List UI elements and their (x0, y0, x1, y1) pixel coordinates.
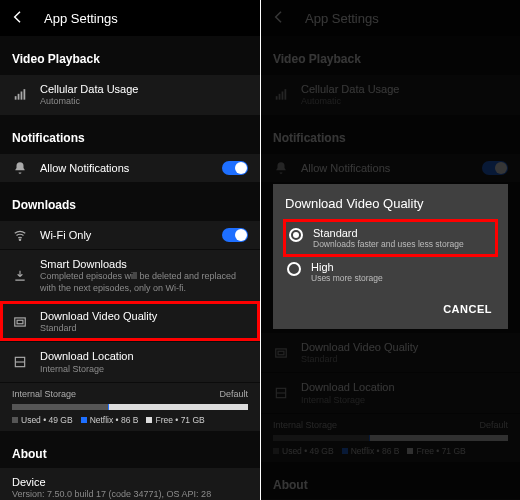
device-label: Device (12, 475, 248, 489)
section-about: About (0, 431, 260, 467)
cancel-button[interactable]: CANCEL (439, 297, 496, 321)
section-notifications: Notifications (0, 115, 260, 153)
notifications-label: Allow Notifications (40, 161, 210, 175)
storage-label: Internal Storage (12, 389, 76, 399)
dialog-download-quality: Download Video Quality Standard Download… (273, 184, 508, 329)
location-sub: Internal Storage (40, 364, 248, 375)
option-high[interactable]: High Uses more storage (285, 255, 496, 289)
radio-selected-icon (289, 228, 303, 242)
page-title: App Settings (44, 11, 118, 26)
option-standard-sub: Downloads faster and uses less storage (313, 239, 492, 249)
download-settings-icon (12, 269, 28, 283)
wifi-label: Wi-Fi Only (40, 228, 210, 242)
storage-icon (12, 355, 28, 369)
signal-icon (12, 88, 28, 102)
cellular-sub: Automatic (40, 96, 248, 107)
svg-rect-2 (21, 91, 23, 99)
location-label: Download Location (40, 349, 248, 363)
wifi-toggle[interactable] (222, 228, 248, 242)
notifications-toggle[interactable] (222, 161, 248, 175)
row-wifi-only[interactable]: Wi-Fi Only (0, 220, 260, 249)
storage-bar (12, 404, 248, 410)
settings-pane-right: App Settings Video Playback Cellular Dat… (260, 0, 520, 500)
bell-icon (12, 161, 28, 175)
radio-unselected-icon (287, 262, 301, 276)
svg-rect-6 (17, 320, 23, 324)
smart-sub: Completed episodes will be deleted and r… (40, 271, 248, 294)
svg-rect-0 (15, 96, 17, 100)
dialog-title: Download Video Quality (285, 196, 496, 211)
row-smart-downloads[interactable]: Smart Downloads Completed episodes will … (0, 249, 260, 301)
row-cellular-data[interactable]: Cellular Data Usage Automatic (0, 74, 260, 115)
option-standard-label: Standard (313, 227, 492, 239)
settings-pane-left: App Settings Video Playback Cellular Dat… (0, 0, 260, 500)
svg-point-4 (19, 239, 20, 240)
option-standard[interactable]: Standard Downloads faster and uses less … (285, 221, 496, 255)
row-allow-notifications[interactable]: Allow Notifications (0, 153, 260, 182)
smart-label: Smart Downloads (40, 257, 248, 271)
svg-rect-1 (18, 94, 20, 100)
option-high-label: High (311, 261, 494, 273)
device-version: Version: 7.50.0 build 17 (code 34771), O… (12, 489, 248, 500)
svg-rect-3 (24, 89, 26, 100)
quality-sub: Standard (40, 323, 248, 334)
back-icon[interactable] (10, 9, 26, 27)
quality-label: Download Video Quality (40, 309, 248, 323)
cellular-label: Cellular Data Usage (40, 82, 248, 96)
section-video-playback: Video Playback (0, 36, 260, 74)
option-high-sub: Uses more storage (311, 273, 494, 283)
quality-icon (12, 315, 28, 329)
svg-rect-5 (15, 318, 26, 326)
storage-block: Internal Storage Default Used • 49 GB Ne… (0, 382, 260, 431)
row-device[interactable]: Device Version: 7.50.0 build 17 (code 34… (0, 467, 260, 500)
storage-default: Default (219, 389, 248, 399)
row-download-location[interactable]: Download Location Internal Storage (0, 341, 260, 382)
section-downloads: Downloads (0, 182, 260, 220)
row-download-quality[interactable]: Download Video Quality Standard (0, 301, 260, 342)
wifi-icon (12, 228, 28, 242)
